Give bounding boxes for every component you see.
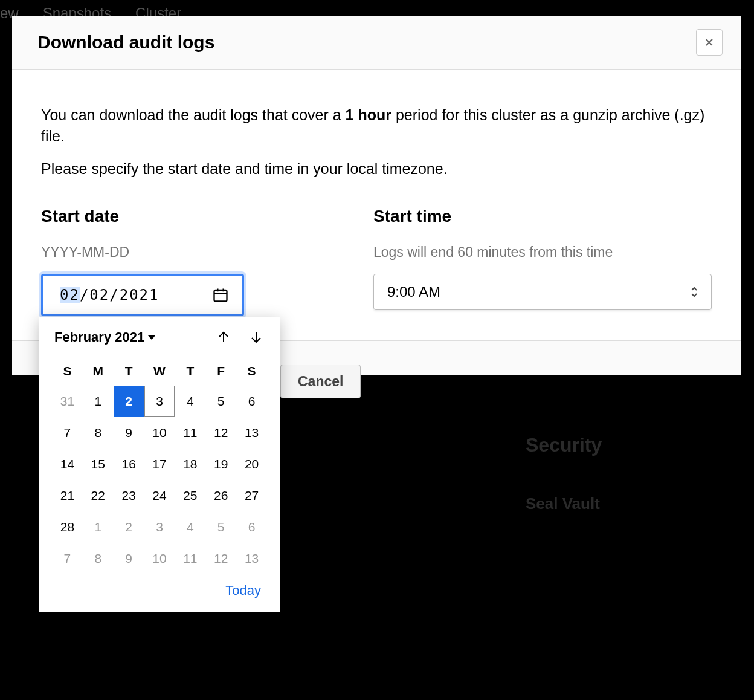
date-day-segment: 02 xyxy=(89,287,109,303)
today-link[interactable]: Today xyxy=(225,583,261,598)
day-cell[interactable]: 7 xyxy=(52,543,83,574)
day-cell[interactable]: 10 xyxy=(144,543,175,574)
dow-cell: S xyxy=(236,357,267,386)
day-cell[interactable]: 14 xyxy=(52,449,83,480)
start-time-hint: Logs will end 60 minutes from this time xyxy=(373,244,712,261)
day-cell[interactable]: 13 xyxy=(236,543,267,574)
datepicker-days-grid: 3112345678910111213141516171819202122232… xyxy=(52,386,267,574)
day-cell[interactable]: 12 xyxy=(205,543,236,574)
start-time-column: Start time Logs will end 60 minutes from… xyxy=(373,207,712,316)
date-month-segment: 02 xyxy=(60,287,80,303)
intro-text: You can download the audit logs that cov… xyxy=(41,105,712,147)
bg-seal-vault: Seal Vault xyxy=(526,494,600,513)
dow-cell: T xyxy=(175,357,205,386)
next-month-button[interactable] xyxy=(248,329,265,346)
dow-cell: T xyxy=(114,357,144,386)
instruction-text: Please specify the start date and time i… xyxy=(41,160,712,178)
day-cell[interactable]: 20 xyxy=(236,449,267,480)
day-cell[interactable]: 24 xyxy=(144,480,175,511)
day-cell[interactable]: 2 xyxy=(114,511,144,543)
datepicker-dow-row: SMTWTFS xyxy=(52,357,267,386)
dow-cell: F xyxy=(205,357,236,386)
day-cell[interactable]: 4 xyxy=(175,386,205,417)
day-cell[interactable]: 1 xyxy=(83,511,114,543)
day-cell[interactable]: 26 xyxy=(205,480,236,511)
select-arrows-icon xyxy=(689,285,699,299)
dow-cell: M xyxy=(83,357,114,386)
modal-body: You can download the audit logs that cov… xyxy=(12,70,741,340)
form-row: Start date YYYY-MM-DD 02/02/2021 xyxy=(41,207,712,316)
start-time-label: Start time xyxy=(373,207,712,226)
day-cell[interactable]: 31 xyxy=(52,386,83,417)
modal-title: Download audit logs xyxy=(37,32,214,53)
dow-cell: W xyxy=(144,357,175,386)
day-cell[interactable]: 9 xyxy=(114,417,144,449)
day-cell[interactable]: 11 xyxy=(175,543,205,574)
caret-down-icon xyxy=(148,335,155,340)
day-cell[interactable]: 25 xyxy=(175,480,205,511)
start-time-select[interactable]: 9:00 AM xyxy=(373,274,712,310)
day-cell[interactable]: 3 xyxy=(144,511,175,543)
day-cell[interactable]: 11 xyxy=(175,417,205,449)
day-cell[interactable]: 16 xyxy=(114,449,144,480)
day-cell[interactable]: 5 xyxy=(205,386,236,417)
day-cell[interactable]: 8 xyxy=(83,543,114,574)
day-cell[interactable]: 21 xyxy=(52,480,83,511)
day-cell[interactable]: 13 xyxy=(236,417,267,449)
start-date-column: Start date YYYY-MM-DD 02/02/2021 xyxy=(41,207,361,316)
close-icon xyxy=(703,36,715,48)
day-cell[interactable]: 4 xyxy=(175,511,205,543)
day-cell[interactable]: 2 xyxy=(114,386,144,417)
start-time-value: 9:00 AM xyxy=(387,284,440,300)
datepicker-header: February 2021 xyxy=(52,329,267,346)
start-date-input-wrapper: 02/02/2021 xyxy=(41,274,244,316)
start-date-value: 02/02/2021 xyxy=(60,287,160,303)
day-cell[interactable]: 10 xyxy=(144,417,175,449)
day-cell[interactable]: 6 xyxy=(236,511,267,543)
calendar-icon[interactable] xyxy=(212,287,229,303)
bg-security-heading: Security xyxy=(526,434,602,456)
datepicker-nav xyxy=(215,329,265,346)
datepicker-popover: February 2021 SMTWTFS 311234567891011121… xyxy=(39,317,280,612)
day-cell[interactable]: 23 xyxy=(114,480,144,511)
day-cell[interactable]: 5 xyxy=(205,511,236,543)
start-date-label: Start date xyxy=(41,207,361,226)
day-cell[interactable]: 7 xyxy=(52,417,83,449)
day-cell[interactable]: 17 xyxy=(144,449,175,480)
day-cell[interactable]: 22 xyxy=(83,480,114,511)
modal-header: Download audit logs xyxy=(12,16,741,70)
arrow-up-icon xyxy=(216,330,231,345)
intro-prefix: You can download the audit logs that cov… xyxy=(41,106,346,123)
day-cell[interactable]: 9 xyxy=(114,543,144,574)
date-year-segment: 2021 xyxy=(120,287,160,303)
month-year-selector[interactable]: February 2021 xyxy=(54,329,155,345)
day-cell[interactable]: 6 xyxy=(236,386,267,417)
day-cell[interactable]: 3 xyxy=(144,386,175,417)
day-cell[interactable]: 1 xyxy=(83,386,114,417)
day-cell[interactable]: 12 xyxy=(205,417,236,449)
start-date-hint: YYYY-MM-DD xyxy=(41,244,361,261)
datepicker-footer: Today xyxy=(52,574,267,601)
day-cell[interactable]: 15 xyxy=(83,449,114,480)
start-date-input[interactable]: 02/02/2021 xyxy=(41,274,244,316)
day-cell[interactable]: 19 xyxy=(205,449,236,480)
close-button[interactable] xyxy=(696,29,723,56)
month-year-label: February 2021 xyxy=(54,329,144,345)
svg-rect-0 xyxy=(214,290,227,302)
intro-bold: 1 hour xyxy=(346,106,392,123)
day-cell[interactable]: 8 xyxy=(83,417,114,449)
day-cell[interactable]: 18 xyxy=(175,449,205,480)
prev-month-button[interactable] xyxy=(215,329,232,346)
day-cell[interactable]: 28 xyxy=(52,511,83,543)
dow-cell: S xyxy=(52,357,83,386)
cancel-button[interactable]: Cancel xyxy=(280,365,361,398)
day-cell[interactable]: 27 xyxy=(236,480,267,511)
arrow-down-icon xyxy=(249,330,263,345)
footer-buttons: Cancel xyxy=(280,365,361,398)
